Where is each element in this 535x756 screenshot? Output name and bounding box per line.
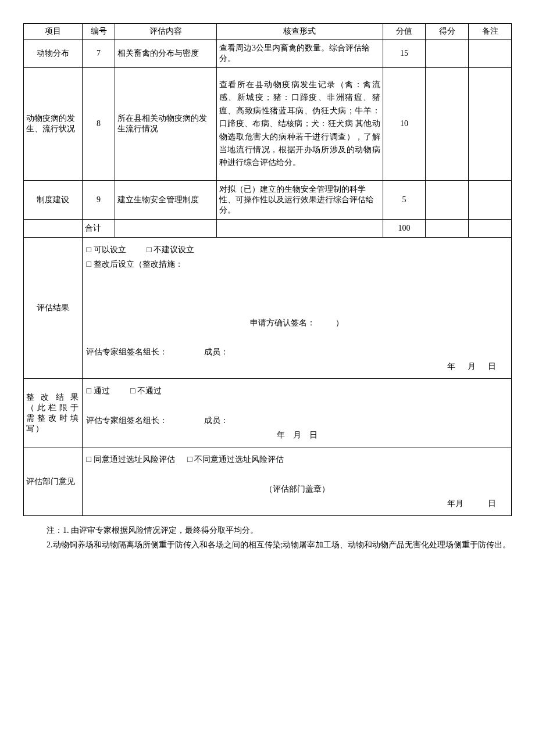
cell-score: 5 (383, 180, 426, 219)
col-remark: 备注 (469, 24, 512, 40)
opt-disagree: 不同意通过选址风险评估 (194, 455, 284, 464)
col-form: 核查形式 (216, 24, 383, 40)
row-8: 动物疫病的发生、流行状况 8 所在县相关动物疫病的发生流行情况 查看所在县动物疫… (24, 68, 512, 181)
col-project: 项目 (24, 24, 83, 40)
rectify-body[interactable]: □通过 □不通过 评估专家组签名组长： 成员： 年 月 日 (83, 379, 512, 447)
checkbox-icon[interactable]: □ (187, 452, 192, 467)
checkbox-icon[interactable]: □ (86, 242, 91, 257)
opt-can-establish: 可以设立 (94, 245, 126, 254)
opt-not-suggest: 不建议设立 (154, 245, 194, 254)
note-2: 2.动物饲养场和动物隔离场所侧重于防传入和各场之间的相互传染;动物屠宰加工场、动… (47, 538, 512, 552)
cell-form: 查看所在县动物疫病发生记录（禽：禽流感、新城疫；猪：口蹄疫、非洲猪瘟、猪瘟、高致… (216, 68, 383, 181)
col-got: 得分 (426, 24, 469, 40)
opt-not-pass: 不通过 (137, 386, 162, 395)
cell-remark[interactable] (469, 180, 512, 219)
year-label: 年 (447, 362, 455, 371)
day-label: 日 (488, 362, 496, 371)
cell-project: 制度建设 (24, 180, 83, 219)
stamp-label: （评估部门盖章） (265, 485, 330, 493)
year-label: 年 (277, 431, 285, 439)
col-score: 分值 (383, 24, 426, 40)
checkbox-icon[interactable]: □ (147, 242, 151, 257)
checkbox-icon[interactable]: □ (86, 452, 91, 467)
cell-score: 10 (383, 68, 426, 181)
cell-content: 所在县相关动物疫病的发生流行情况 (115, 68, 216, 181)
opt-after-rectify: 整改后设立（整改措施： (94, 260, 183, 268)
rectify-label: 整改结果（此栏限于需整改时填写） (24, 379, 83, 447)
applicant-sign-label: 申请方确认签名： (250, 318, 315, 327)
cell-content: 建立生物安全管理制度 (115, 180, 216, 219)
month-label: 月 (468, 362, 476, 371)
cell-form: 查看周边3公里内畜禽的数量。综合评估给分。 (216, 40, 383, 68)
member-label: 成员： (204, 347, 229, 356)
opt-pass: 通过 (94, 386, 110, 395)
row-department: 评估部门意见 □同意通过选址风险评估 □不同意通过选址风险评估 （评估部门盖章）… (24, 447, 512, 516)
cell-total-label: 合计 (83, 219, 115, 237)
applicant-sign-close: ） (336, 318, 344, 327)
result-body[interactable]: □可以设立 □不建议设立 □整改后设立（整改措施： 申请方确认签名： ） 评估专… (83, 237, 512, 379)
day-label: 日 (309, 431, 318, 439)
col-content: 评估内容 (115, 24, 216, 40)
footnotes: 注：1. 由评审专家根据风险情况评定，最终得分取平均分。 2.动物饲养场和动物隔… (23, 523, 512, 552)
cell-total-score: 100 (383, 219, 426, 237)
cell-remark[interactable] (469, 40, 512, 68)
member-label: 成员： (204, 416, 229, 425)
checkbox-icon[interactable]: □ (86, 384, 91, 398)
opt-agree: 同意通过选址风险评估 (94, 455, 175, 464)
department-label: 评估部门意见 (24, 447, 83, 516)
cell-project: 动物分布 (24, 40, 83, 68)
cell-score: 15 (383, 40, 426, 68)
expert-sign-label: 评估专家组签名组长： (86, 347, 167, 356)
result-label: 评估结果 (24, 237, 83, 379)
day-label: 日 (488, 499, 496, 508)
expert-sign-label: 评估专家组签名组长： (86, 416, 167, 425)
cell-empty (216, 219, 383, 237)
cell-content: 相关畜禽的分布与密度 (115, 40, 216, 68)
row-9: 制度建设 9 建立生物安全管理制度 对拟（已）建立的生物安全管理制的科学性、可操… (24, 180, 512, 219)
row-7: 动物分布 7 相关畜禽的分布与密度 查看周边3公里内畜禽的数量。综合评估给分。 … (24, 40, 512, 68)
cell-project: 动物疫病的发生、流行状况 (24, 68, 83, 181)
cell-number: 8 (83, 68, 115, 181)
cell-remark[interactable] (469, 219, 512, 237)
row-rectify: 整改结果（此栏限于需整改时填写） □通过 □不通过 评估专家组签名组长： 成员：… (24, 379, 512, 447)
row-total: 合计 100 (24, 219, 512, 237)
cell-got[interactable] (426, 219, 469, 237)
cell-empty (115, 219, 216, 237)
row-result: 评估结果 □可以设立 □不建议设立 □整改后设立（整改措施： 申请方确认签名： … (24, 237, 512, 379)
cell-number: 9 (83, 180, 115, 219)
department-body[interactable]: □同意通过选址风险评估 □不同意通过选址风险评估 （评估部门盖章） 年月 日 (83, 447, 512, 516)
checkbox-icon[interactable]: □ (86, 257, 91, 271)
cell-number: 7 (83, 40, 115, 68)
cell-got[interactable] (426, 68, 469, 181)
header-row: 项目 编号 评估内容 核查形式 分值 得分 备注 (24, 24, 512, 40)
col-number: 编号 (83, 24, 115, 40)
cell-form: 对拟（已）建立的生物安全管理制的科学性、可操作性以及运行效果进行综合评估给分。 (216, 180, 383, 219)
cell-got[interactable] (426, 180, 469, 219)
month-label: 月 (293, 431, 301, 439)
cell-got[interactable] (426, 40, 469, 68)
year-month-label: 年月 (447, 499, 463, 508)
checkbox-icon[interactable]: □ (130, 384, 135, 398)
evaluation-table: 项目 编号 评估内容 核查形式 分值 得分 备注 动物分布 7 相关畜禽的分布与… (23, 23, 512, 516)
note-1: 注：1. 由评审专家根据风险情况评定，最终得分取平均分。 (47, 523, 512, 538)
cell-empty (24, 219, 83, 237)
cell-remark[interactable] (469, 68, 512, 181)
